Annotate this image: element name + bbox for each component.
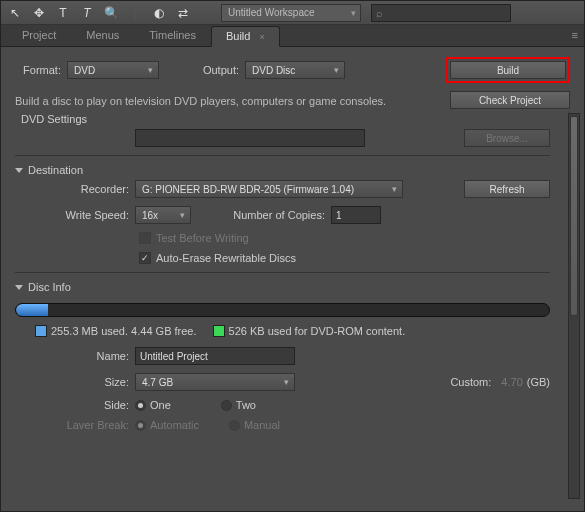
app-window: ↖ ✥ T T 🔍 | ◐ ⇄ : Untitled Workspace ⌕ P… xyxy=(0,0,585,512)
layer-auto-radio xyxy=(135,420,146,431)
vtext-tool-icon[interactable]: T xyxy=(77,3,97,23)
disc-usage-bar xyxy=(15,303,550,317)
recorder-label: Recorder: xyxy=(15,183,135,195)
tab-project[interactable]: Project xyxy=(7,25,71,46)
output-label: Output: xyxy=(179,64,245,76)
zoom-tool-icon[interactable]: 🔍 xyxy=(101,3,121,23)
used-color-swatch xyxy=(35,325,47,337)
used-text: 255.3 MB used. 4.44 GB free. xyxy=(51,325,197,337)
settings-path-input[interactable] xyxy=(135,129,365,147)
format-label: Format: xyxy=(15,64,67,76)
tab-menus[interactable]: Menus xyxy=(71,25,134,46)
search-icon: ⌕ xyxy=(376,7,383,19)
browse-button[interactable]: Browse... xyxy=(464,129,550,147)
chevron-down-icon xyxy=(15,168,23,173)
separator-icon: | xyxy=(125,3,145,23)
workspace-dropdown[interactable]: Untitled Workspace xyxy=(221,4,361,22)
dvd-settings-title: DVD Settings xyxy=(21,113,550,125)
write-speed-dropdown[interactable]: 16x xyxy=(135,206,191,224)
refresh-button[interactable]: Refresh xyxy=(464,180,550,198)
side-two-label: Two xyxy=(236,399,256,411)
custom-unit: (GB) xyxy=(527,376,550,388)
output-dropdown[interactable]: DVD Disc xyxy=(245,61,345,79)
rom-text: 526 KB used for DVD-ROM content. xyxy=(229,325,406,337)
write-speed-label: Write Speed: xyxy=(15,209,135,221)
layer-auto-label: Automatic xyxy=(150,419,199,431)
disc-usage-fill xyxy=(16,304,48,316)
close-tab-icon[interactable]: × xyxy=(259,32,264,42)
arrow-tool-icon[interactable]: ↖ xyxy=(5,3,25,23)
scrollbar-thumb[interactable] xyxy=(570,116,578,316)
search-input[interactable]: ⌕ xyxy=(371,4,511,22)
move-tool-icon[interactable]: ✥ xyxy=(29,3,49,23)
palette-tool-icon[interactable]: ◐ xyxy=(149,3,169,23)
side-two-radio[interactable] xyxy=(221,400,232,411)
test-before-label: Test Before Writing xyxy=(156,232,249,244)
tab-timelines[interactable]: Timelines xyxy=(134,25,211,46)
copies-label: Number of Copies: xyxy=(211,209,331,221)
text-tool-icon[interactable]: T xyxy=(53,3,73,23)
tab-build[interactable]: Build × xyxy=(211,26,280,47)
build-button-highlight: Build xyxy=(446,57,570,83)
tab-bar: Project Menus Timelines Build × ≡ xyxy=(1,25,584,47)
disc-info-group[interactable]: Disc Info xyxy=(15,281,550,293)
destination-group[interactable]: Destination xyxy=(15,164,550,176)
size-dropdown[interactable]: 4.7 GB xyxy=(135,373,295,391)
settings-scroll-region: DVD Settings Browse... Destination Recor… xyxy=(1,107,564,505)
vertical-scrollbar[interactable] xyxy=(568,113,580,499)
layer-break-label: Laver Break: xyxy=(15,419,135,431)
top-toolbar: ↖ ✥ T T 🔍 | ◐ ⇄ : Untitled Workspace ⌕ xyxy=(1,1,584,25)
auto-erase-checkbox[interactable] xyxy=(139,252,151,264)
side-one-label: One xyxy=(150,399,171,411)
layer-manual-radio xyxy=(229,420,240,431)
swap-tool-icon[interactable]: ⇄ xyxy=(173,3,193,23)
custom-value: 4.70 xyxy=(501,376,522,388)
chevron-down-icon xyxy=(15,285,23,290)
name-label: Name: xyxy=(15,350,135,362)
panel-menu-icon[interactable]: ≡ xyxy=(572,29,578,41)
custom-label: Custom: xyxy=(450,376,497,388)
test-before-checkbox xyxy=(139,232,151,244)
size-label: Size: xyxy=(15,376,135,388)
auto-erase-label: Auto-Erase Rewritable Discs xyxy=(156,252,296,264)
side-one-radio[interactable] xyxy=(135,400,146,411)
layer-manual-label: Manual xyxy=(244,419,280,431)
recorder-dropdown[interactable]: G: PIONEER BD-RW BDR-205 (Firmware 1.04) xyxy=(135,180,403,198)
format-dropdown[interactable]: DVD xyxy=(67,61,159,79)
build-description: Build a disc to play on television DVD p… xyxy=(15,95,438,107)
copies-input[interactable]: 1 xyxy=(331,206,381,224)
side-label: Side: xyxy=(15,399,135,411)
build-button[interactable]: Build xyxy=(450,61,566,79)
divider-icon: : xyxy=(197,3,217,23)
project-name-input[interactable]: Untitled Project xyxy=(135,347,295,365)
rom-color-swatch xyxy=(213,325,225,337)
workspace-label: Untitled Workspace xyxy=(228,7,315,18)
